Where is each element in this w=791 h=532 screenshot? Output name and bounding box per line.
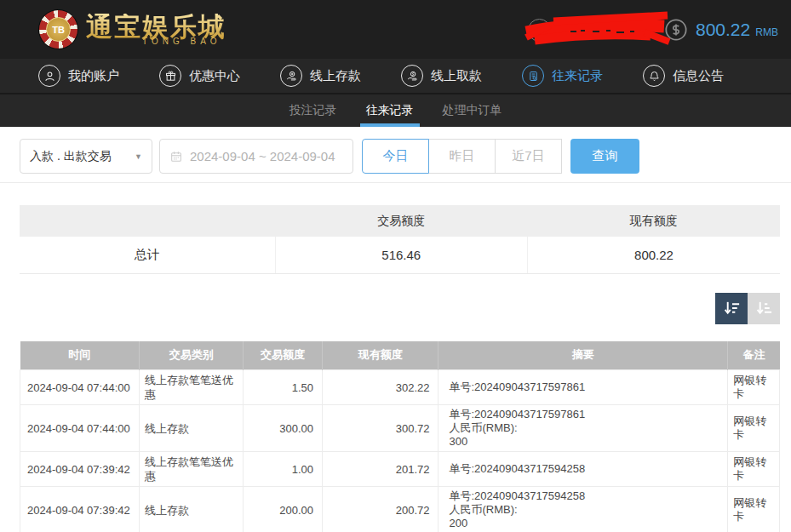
dollar-coin-icon [664, 18, 688, 42]
sort-descending-button[interactable] [715, 293, 748, 324]
cell-time: 2024-09-04 07:39:42 [20, 452, 140, 487]
cell-balance: 300.72 [323, 405, 438, 452]
select-value: 入款 . 出款交易 [30, 149, 112, 164]
cell-balance: 302.22 [323, 370, 438, 405]
record-subtabs: 投注记录 往来记录 处理中订单 [0, 94, 791, 127]
cell-amount: 1.50 [244, 370, 323, 405]
quick-date-button[interactable]: 近7日 [495, 139, 562, 174]
col-amount: 交易额度 [244, 341, 323, 370]
cell-summary: 单号:202409043717594258 [438, 452, 728, 487]
brand-name: 通宝娱乐城 [86, 14, 226, 40]
bell-icon [648, 70, 661, 83]
chevron-down-icon: ▼ [135, 152, 142, 161]
brand-logo[interactable]: TB 通宝娱乐城 TONG BAO [39, 10, 226, 49]
filter-bar: 入款 . 出款交易 ▼ 2024-09-04 ~ 2024-09-04 今日 昨… [0, 127, 791, 183]
table-row: 2024-09-04 07:39:42 线上存款笔笔送优惠 1.00 201.7… [20, 452, 780, 487]
user-account-area[interactable] [521, 7, 674, 53]
table-row: 2024-09-04 07:44:00 线上存款 300.00 300.72 单… [20, 405, 780, 452]
main-nav: 我的账户 优惠中心 线上存款 线上取款 往来记录 [0, 59, 791, 94]
summary-transaction-total: 516.46 [275, 237, 527, 273]
nav-item[interactable]: 线上存款 [280, 65, 361, 87]
cell-note: 网银转卡 [728, 405, 780, 452]
user-icon [43, 70, 56, 83]
records-icon [527, 70, 540, 83]
top-header: TB 通宝娱乐城 TONG BAO 800.22 RMB [0, 0, 791, 59]
brand-subtitle: TONG BAO [142, 37, 226, 46]
transactions-header-row: 时间 交易类别 交易额度 现有额度 摘要 备注 [20, 341, 780, 370]
nav-item-label: 线上存款 [310, 68, 361, 84]
table-row: 2024-09-04 07:44:00 线上存款笔笔送优惠 1.50 302.2… [20, 370, 780, 405]
summary-header-empty [20, 205, 275, 237]
nav-item[interactable]: 信息公告 [643, 65, 724, 87]
date-range-input[interactable]: 2024-09-04 ~ 2024-09-04 [159, 139, 353, 174]
col-type: 交易类别 [140, 341, 244, 370]
summary-header-current: 现有额度 [528, 205, 780, 237]
nav-item-label: 优惠中心 [189, 68, 240, 84]
cell-type: 线上存款 [140, 405, 244, 452]
cell-balance: 200.72 [323, 487, 438, 532]
subtab-label: 处理中订单 [443, 103, 502, 118]
quick-date-button[interactable]: 今日 [362, 139, 429, 174]
col-time: 时间 [20, 341, 140, 370]
cell-note: 网银转卡 [728, 487, 780, 532]
col-summary: 摘要 [438, 341, 728, 370]
summary-table: 交易额度 现有额度 总计 516.46 800.22 [20, 205, 780, 274]
sort-ascending-button[interactable] [748, 293, 780, 324]
summary-header-transaction: 交易额度 [275, 205, 527, 237]
cell-type: 线上存款笔笔送优惠 [140, 452, 244, 487]
cell-summary: 单号:202409043717594258 人民币(RMB): 200 [438, 487, 728, 532]
nav-item-label: 我的账户 [68, 68, 119, 84]
summary-row-label: 总计 [20, 237, 275, 273]
cell-amount: 200.00 [244, 487, 323, 532]
content-area: 交易额度 现有额度 总计 516.46 800.22 时间 [0, 205, 791, 532]
balance-currency: RMB [755, 21, 778, 38]
poker-chip-icon: TB [39, 10, 77, 49]
cell-time: 2024-09-04 07:39:42 [20, 487, 140, 532]
subtab-label: 往来记录 [366, 103, 414, 118]
cell-amount: 300.00 [244, 405, 323, 452]
balance-display[interactable]: 800.22 RMB [664, 0, 778, 59]
sort-controls [20, 293, 780, 324]
nav-item-label: 线上取款 [431, 68, 482, 84]
cell-balance: 201.72 [323, 452, 438, 487]
cell-summary: 单号:202409043717597861 [438, 370, 728, 405]
cell-time: 2024-09-04 07:44:00 [20, 405, 140, 452]
col-balance: 现有额度 [323, 341, 438, 370]
cell-type: 线上存款笔笔送优惠 [140, 370, 244, 405]
transactions-table: 时间 交易类别 交易额度 现有额度 摘要 备注 2024-09-04 07:44… [20, 341, 780, 532]
balance-amount: 800.22 [696, 20, 750, 40]
summary-current-total: 800.22 [528, 237, 780, 273]
subtab-label: 投注记录 [289, 103, 337, 118]
transaction-type-select[interactable]: 入款 . 出款交易 ▼ [20, 139, 152, 174]
sort-descending-icon [722, 299, 742, 318]
subtab[interactable]: 往来记录 [366, 94, 414, 127]
nav-item[interactable]: 线上取款 [401, 65, 482, 87]
date-range-value: 2024-09-04 ~ 2024-09-04 [190, 149, 335, 163]
subtab[interactable]: 处理中订单 [443, 94, 502, 127]
nav-item[interactable]: 往来记录 [522, 65, 603, 87]
nav-item[interactable]: 优惠中心 [159, 65, 240, 87]
nav-item-label: 往来记录 [552, 68, 603, 84]
redaction-scribble [521, 7, 674, 53]
nav-item[interactable]: 我的账户 [38, 65, 119, 87]
withdraw-icon [406, 70, 419, 83]
cell-note: 网银转卡 [728, 452, 780, 487]
quick-date-buttons: 今日 昨日 近7日 [362, 139, 562, 174]
cell-type: 线上存款 [140, 487, 244, 532]
sort-ascending-icon [754, 299, 774, 318]
col-note: 备注 [728, 341, 780, 370]
nav-item-label: 信息公告 [673, 68, 724, 84]
subtab[interactable]: 投注记录 [289, 94, 337, 127]
deposit-icon [285, 70, 298, 83]
gift-icon [164, 70, 177, 83]
calendar-icon [169, 150, 183, 163]
cell-amount: 1.00 [244, 452, 323, 487]
table-row: 2024-09-04 07:39:42 线上存款 200.00 200.72 单… [20, 487, 780, 532]
quick-date-button[interactable]: 昨日 [428, 139, 496, 174]
cell-time: 2024-09-04 07:44:00 [20, 370, 140, 405]
summary-total-row: 总计 516.46 800.22 [20, 237, 780, 273]
chip-label: TB [46, 17, 71, 42]
cell-summary: 单号:202409043717597861 人民币(RMB): 300 [438, 405, 728, 452]
cell-note: 网银转卡 [728, 370, 780, 405]
search-button[interactable]: 查询 [570, 139, 639, 174]
